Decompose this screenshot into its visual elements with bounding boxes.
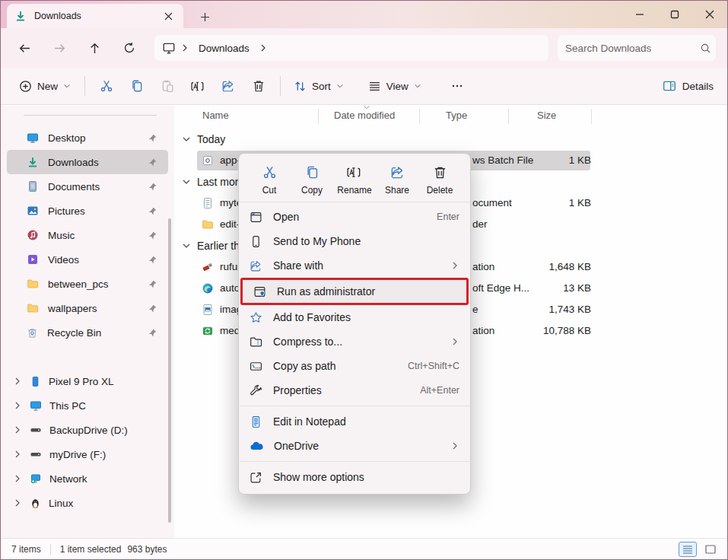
large-icons-view-toggle[interactable] bbox=[701, 542, 720, 557]
column-divider[interactable] bbox=[318, 109, 319, 124]
cut-button[interactable] bbox=[91, 73, 122, 99]
details-view-toggle[interactable] bbox=[679, 542, 697, 557]
column-divider[interactable] bbox=[419, 109, 420, 124]
group-header-today[interactable]: Today bbox=[174, 129, 727, 150]
search-box[interactable] bbox=[558, 35, 716, 61]
sidebar-item-recycle-bin[interactable]: Recycle Bin bbox=[7, 320, 168, 345]
menu-item-compress-to[interactable]: Compress to... bbox=[239, 329, 470, 354]
menu-item-open[interactable]: Open Enter bbox=[239, 205, 470, 229]
menu-item-run-as-administrator[interactable]: Run as administrator bbox=[243, 280, 466, 303]
sidebar-item-wallpapers[interactable]: wallpapers bbox=[7, 296, 168, 320]
menu-item-edit-in-notepad[interactable]: Edit in Notepad bbox=[239, 409, 470, 434]
menu-item-label: Compress to... bbox=[273, 336, 342, 348]
sidebar-item-label: Pixel 9 Pro XL bbox=[49, 376, 114, 387]
sidebar-item-label: Recycle Bin bbox=[47, 327, 101, 339]
forward-arrow-icon bbox=[53, 42, 66, 55]
chevron-right-icon bbox=[180, 43, 189, 52]
context-copy-button[interactable]: Copy bbox=[292, 162, 332, 196]
copy-icon bbox=[305, 165, 319, 180]
sidebar-item-backupdrive[interactable]: BackupDrive (D:) bbox=[7, 418, 168, 442]
group-label: Earlier th bbox=[197, 240, 240, 252]
menu-item-onedrive[interactable]: OneDrive bbox=[239, 434, 470, 458]
chevron-down-icon bbox=[414, 82, 421, 90]
column-header-size[interactable]: Size bbox=[537, 110, 556, 121]
rename-button[interactable] bbox=[183, 73, 213, 99]
menu-item-label: Send to My Phone bbox=[273, 235, 361, 247]
details-pane-button[interactable]: Details bbox=[663, 79, 714, 93]
view-toggles bbox=[679, 542, 720, 557]
paste-button[interactable] bbox=[152, 73, 183, 99]
up-button[interactable] bbox=[81, 37, 107, 59]
menu-item-add-to-favorites[interactable]: Add to Favorites bbox=[239, 305, 470, 329]
menu-item-copy-as-path[interactable]: Copy as path Ctrl+Shift+C bbox=[239, 354, 470, 378]
chevron-right-icon[interactable] bbox=[259, 43, 268, 52]
back-button[interactable] bbox=[11, 37, 37, 59]
sidebar-item-label: Videos bbox=[48, 254, 79, 266]
forward-button[interactable] bbox=[46, 37, 72, 59]
sidebar-item-label: Downloads bbox=[48, 157, 99, 168]
search-input[interactable] bbox=[565, 43, 700, 54]
menu-item-send-to-phone[interactable]: Send to My Phone bbox=[239, 229, 470, 253]
close-icon bbox=[705, 10, 714, 19]
minimize-icon bbox=[635, 10, 644, 19]
column-header-name[interactable]: Name bbox=[202, 110, 229, 121]
menu-item-show-more-options[interactable]: Show more options bbox=[239, 465, 470, 489]
sidebar-item-this-pc[interactable]: This PC bbox=[7, 393, 168, 418]
sidebar-item-downloads[interactable]: Downloads bbox=[7, 150, 168, 174]
pin-icon bbox=[148, 279, 157, 289]
column-header-date-modified[interactable]: Date modified bbox=[334, 110, 395, 121]
tab-close-button[interactable] bbox=[161, 8, 176, 24]
sidebar-item-label: This PC bbox=[49, 400, 86, 412]
close-button[interactable] bbox=[692, 1, 727, 28]
sidebar-item-network[interactable]: Network bbox=[7, 466, 168, 491]
sidebar-item-between-pcs[interactable]: between_pcs bbox=[7, 272, 168, 296]
sidebar-item-linux[interactable]: Linux bbox=[7, 491, 168, 515]
sidebar-item-documents[interactable]: Documents bbox=[7, 174, 168, 199]
chevron-right-icon bbox=[13, 474, 22, 483]
wrench-icon bbox=[250, 384, 262, 397]
context-share-button[interactable]: Share bbox=[377, 162, 417, 196]
sidebar-item-mydrive[interactable]: myDrive (F:) bbox=[7, 442, 168, 466]
image-file-icon bbox=[202, 304, 214, 316]
minimize-button[interactable] bbox=[622, 1, 657, 28]
sidebar-item-desktop[interactable]: Desktop bbox=[7, 126, 168, 150]
sidebar-item-videos[interactable]: Videos bbox=[7, 247, 168, 272]
context-rename-button[interactable]: Rename bbox=[335, 162, 374, 196]
sidebar-scrollbar[interactable] bbox=[168, 218, 171, 523]
sidebar-item-music[interactable]: Music bbox=[7, 223, 168, 247]
column-divider[interactable] bbox=[591, 109, 592, 124]
context-delete-button[interactable]: Delete bbox=[420, 162, 459, 196]
sidebar-item-pictures[interactable]: Pictures bbox=[7, 199, 168, 223]
context-cut-button[interactable]: Cut bbox=[250, 162, 289, 196]
new-tab-button[interactable] bbox=[196, 8, 214, 25]
menu-item-properties[interactable]: Properties Alt+Enter bbox=[239, 378, 470, 402]
sidebar-item-label: Pictures bbox=[48, 205, 85, 217]
maximize-button[interactable] bbox=[657, 1, 692, 28]
quick-actions: Cut Copy Rename Share Delete bbox=[239, 158, 470, 201]
quick-action-label: Delete bbox=[427, 185, 453, 196]
back-arrow-icon bbox=[18, 42, 31, 55]
column-divider[interactable] bbox=[508, 109, 509, 124]
new-button[interactable]: New bbox=[11, 75, 78, 97]
sort-direction-icon bbox=[363, 104, 370, 110]
view-button[interactable]: View bbox=[361, 75, 428, 97]
sort-button[interactable]: Sort bbox=[287, 75, 351, 97]
share-button[interactable] bbox=[213, 73, 243, 99]
edge-browser-icon bbox=[202, 282, 214, 294]
copy-path-icon bbox=[250, 360, 262, 373]
refresh-button[interactable] bbox=[116, 37, 142, 59]
paste-icon bbox=[161, 79, 174, 93]
copy-icon bbox=[130, 79, 144, 93]
menu-item-share-with[interactable]: Share with bbox=[239, 253, 470, 278]
sidebar-item-label: Desktop bbox=[48, 132, 86, 144]
copy-button[interactable] bbox=[122, 73, 152, 99]
more-options-button[interactable] bbox=[442, 73, 472, 99]
column-header-type[interactable]: Type bbox=[446, 110, 467, 121]
sidebar-item-pixel-phone[interactable]: Pixel 9 Pro XL bbox=[7, 369, 168, 393]
explorer-tab-downloads[interactable]: Downloads bbox=[7, 4, 183, 28]
menu-item-label: Properties bbox=[273, 384, 322, 396]
address-bar[interactable]: Downloads bbox=[154, 35, 548, 61]
view-icon bbox=[368, 80, 381, 93]
delete-button[interactable] bbox=[243, 73, 274, 99]
breadcrumb[interactable]: Downloads bbox=[194, 43, 254, 54]
